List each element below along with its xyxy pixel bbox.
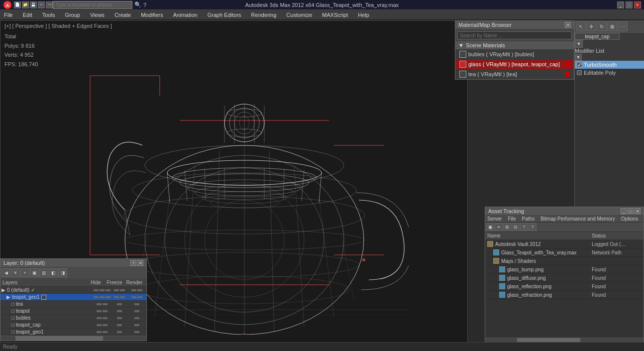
status-text: Ready [3, 344, 17, 350]
asset-menu-options[interactable]: Options [621, 216, 638, 222]
menu-customize[interactable]: Customize [284, 12, 314, 18]
mat-item-bubles[interactable]: bubles ( VRayMtl ) [bubles] [455, 49, 574, 59]
mat-item-tea[interactable]: tea ( VRayMtl ) [tea] [455, 69, 574, 79]
layer-row-teapot[interactable]: □ teapot [0, 308, 146, 315]
menu-views[interactable]: Views [88, 12, 107, 18]
glass-material-icon [459, 61, 466, 68]
asset-toolbar-icon-3[interactable]: ⊞ [503, 223, 511, 231]
layer-select-icon[interactable]: ▣ [30, 268, 39, 277]
maximize-button[interactable]: □ [626, 1, 633, 8]
open-file-icon[interactable]: 📁 [22, 1, 29, 8]
layer-row-teapot-cap[interactable]: □ teapot_cap [0, 322, 146, 329]
glass-bump-status: Found [592, 267, 642, 272]
asset-menu-paths[interactable]: Paths [522, 216, 535, 222]
asset-menu-file[interactable]: File [508, 216, 516, 222]
global-search-input[interactable] [53, 1, 132, 9]
scene-materials-header[interactable]: ▼ Scene Materials [455, 41, 574, 49]
minimize-button[interactable]: _ [617, 1, 624, 8]
redo-icon[interactable]: ↪ [46, 1, 53, 8]
polys-value: 9 816 [21, 43, 35, 49]
asset-row-vault[interactable]: Autodesk Vault 2012 Logged Out (… [485, 240, 644, 248]
menu-bar: File Edit Tools Group Views Create Modif… [0, 10, 644, 20]
layer-delete-icon[interactable]: ✕ [11, 268, 20, 277]
menu-graph-editors[interactable]: Graph Editors [206, 12, 243, 18]
menu-help[interactable]: Help [356, 12, 371, 18]
layer-move-icon[interactable]: ◨ [58, 268, 67, 277]
menu-file[interactable]: File [2, 12, 15, 18]
asset-toolbar-icon-1[interactable]: ▣ [486, 223, 494, 231]
layer-panel-scrollbar[interactable] [0, 336, 146, 341]
layer-freeze-default [110, 289, 128, 291]
window-controls: _ □ ✕ [617, 1, 641, 8]
asset-row-glass-bump[interactable]: glass_bump.png Found [485, 265, 644, 274]
asset-row-max-file[interactable]: Glass_Teapot_with_Tea_vray.max Network P… [485, 248, 644, 257]
search-icon[interactable]: 🔍 [134, 1, 141, 8]
viewport-label: [+] [ Perspective ] [ Shaded + Edged Fac… [4, 23, 112, 29]
layer-dots-tea [93, 303, 110, 305]
asset-menu-bitmap[interactable]: Bitmap Performance and Memory [540, 216, 615, 222]
layer-panel-controls: ? ✕ [130, 260, 143, 266]
asset-toolbar-icon-6[interactable]: ? [529, 223, 537, 231]
layer-row-bubles[interactable]: □ bubles [0, 315, 146, 322]
layer-panel-close-button[interactable]: ✕ [137, 260, 143, 266]
modifier-dropdown-icon[interactable]: ▼ [575, 40, 583, 48]
asset-row-glass-reflection[interactable]: glass_reflection.png Found [485, 282, 644, 291]
tool-icon-3[interactable]: ↻ [597, 21, 607, 31]
asset-toolbar-icon-4[interactable]: ⊟ [512, 223, 520, 231]
undo-icon[interactable]: ↩ [38, 1, 45, 8]
menu-tools[interactable]: Tools [40, 12, 57, 18]
layer-row-teapot-geo1[interactable]: ▶ teapot_geo1 [0, 294, 146, 301]
help-icon[interactable]: ? [143, 2, 146, 8]
layer-freeze-teapot-cap [110, 324, 128, 326]
modifier-list-dropdown[interactable]: ▼ [575, 54, 582, 61]
layer-new-icon[interactable]: ◀ [1, 268, 10, 277]
layer-render-bubles [128, 317, 145, 319]
asset-row-maps-folder[interactable]: Maps / Shaders [485, 257, 644, 265]
layer-panel-scroll-thumb[interactable] [15, 336, 103, 341]
modifier-editable-poly[interactable]: Editable Poly [575, 69, 644, 77]
layer-row-tea[interactable]: □ tea [0, 301, 146, 308]
layer-panel-help-button[interactable]: ? [130, 260, 136, 266]
asset-row-glass-diffuse[interactable]: glass_diffuse.png Found [485, 274, 644, 282]
tool-icon-2[interactable]: ✛ [586, 21, 596, 31]
material-browser-close-button[interactable]: ✕ [565, 22, 571, 28]
material-search-input[interactable] [457, 31, 572, 39]
layer-row-default[interactable]: ▶ 0 (default) ✓ [0, 287, 146, 294]
asset-row-glass-refraction[interactable]: glass_refraction.png Found [485, 291, 644, 299]
menu-rendering[interactable]: Rendering [249, 12, 279, 18]
tool-icon-1[interactable]: ↖ [576, 21, 586, 31]
asset-panel-restore-button[interactable]: □ [628, 208, 634, 214]
menu-group[interactable]: Group [63, 12, 82, 18]
new-file-icon[interactable]: 📄 [14, 1, 21, 8]
layer-up-icon[interactable]: ▥ [39, 268, 48, 277]
editablepoly-visibility[interactable] [577, 70, 582, 75]
asset-panel-close-button[interactable]: ✕ [635, 208, 641, 214]
menu-animation[interactable]: Animation [171, 12, 200, 18]
tool-icon-4[interactable]: ⊠ [607, 21, 617, 31]
layer-add-icon[interactable]: + [20, 268, 29, 277]
modifier-turbosmooth[interactable]: ✓ TurboSmooth [575, 61, 644, 69]
layer-render-default [128, 289, 145, 291]
layer-col-hide: Hide [87, 280, 105, 285]
menu-maxscript[interactable]: MAXScript [320, 12, 350, 18]
turbosmooth-visibility[interactable]: ✓ [577, 62, 582, 67]
tool-icon-5[interactable]: ⋯ [618, 21, 628, 31]
right-panel-toolbar: ↖ ✛ ↻ ⊠ ⋯ [575, 20, 644, 33]
material-browser: Material/Map Browser ✕ ▼ Scene Materials… [455, 20, 574, 80]
save-icon[interactable]: 💾 [30, 1, 37, 8]
layer-row-teapot-geo1-child[interactable]: □ teapot_geo1 [0, 329, 146, 336]
asset-menu-server[interactable]: Server [487, 216, 502, 222]
menu-create[interactable]: Create [112, 12, 133, 18]
layer-freeze-teapot [110, 296, 128, 298]
close-button[interactable]: ✕ [634, 1, 641, 8]
menu-edit[interactable]: Edit [21, 12, 34, 18]
asset-toolbar-icon-2[interactable]: ≡ [495, 223, 503, 231]
asset-panel-minimize-button[interactable]: _ [621, 208, 627, 214]
mat-item-glass[interactable]: glass ( VRayMtl ) [teapot, teapot_cap] [455, 59, 574, 69]
menu-modifiers[interactable]: Modifiers [139, 12, 165, 18]
glass-refraction-icon [499, 292, 505, 298]
layer-merge-icon[interactable]: ◧ [49, 268, 58, 277]
asset-toolbar-icon-5[interactable]: ? [520, 223, 528, 231]
layer-panel-title[interactable]: Layer: 0 (default) ? ✕ [0, 259, 146, 267]
modifier-name-input[interactable] [575, 33, 620, 40]
